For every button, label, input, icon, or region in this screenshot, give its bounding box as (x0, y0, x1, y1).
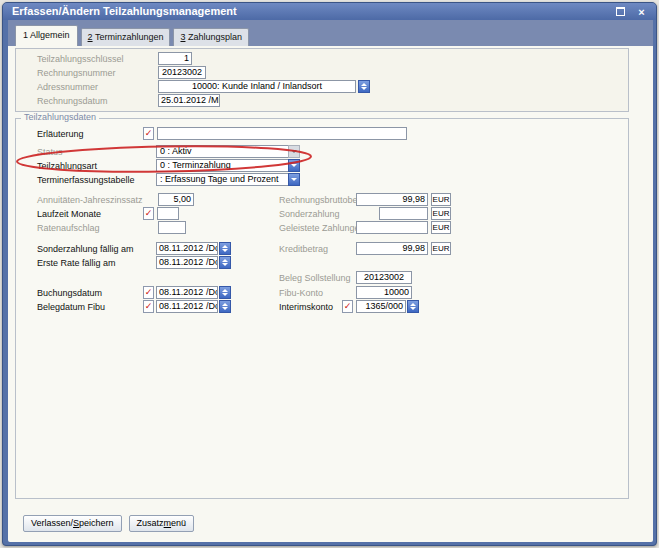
spin-down-icon (222, 293, 228, 296)
adressnummer-field: 10000: Kunde Inland / Inlandsort (158, 80, 356, 93)
rechnungsdatum-label: Rechnungsdatum (37, 95, 108, 108)
belegdatum-label: Belegdatum Fibu (37, 301, 105, 314)
terminerfassungstabelle-label: Terminerfassungstabelle (37, 174, 135, 187)
spin-up-icon (410, 303, 416, 306)
zusatz-label-key: m (164, 518, 172, 528)
dropdown-arrow-icon (291, 164, 297, 167)
laufzeit-check-icon[interactable]: ✓ (143, 207, 154, 220)
spin-up-icon (222, 303, 228, 306)
close-icon: × (638, 6, 644, 18)
group-title: Teilzahlungsdaten (21, 112, 99, 122)
terminerfassungstabelle-dropdown-button[interactable] (288, 173, 300, 186)
spin-up-icon (361, 83, 367, 86)
verlassen-speichern-button[interactable]: Verlassen/Speichern (23, 515, 122, 532)
sonderzahlung-label: Sonderzahlung (279, 208, 340, 221)
spin-down-icon (361, 87, 367, 90)
zusatzmenu-button[interactable]: Zusatzmenü (129, 515, 195, 532)
belegdatum-spinner[interactable] (219, 300, 231, 313)
erste-rate-date-field[interactable]: 08.11.2012 /Do (156, 256, 218, 269)
erlaeuterung-label: Erläuterung (37, 128, 84, 141)
buchungsdatum-label: Buchungsdatum (37, 287, 102, 300)
belegdatum-check-icon[interactable]: ✓ (143, 300, 154, 313)
rechnungsdatum-field: 25.01.2012 /Mi (158, 94, 220, 107)
rechnungsnummer-label: Rechnungsnummer (37, 67, 116, 80)
tab-bar: 1 Allgemein 2 Terminzahlungen 3 Zahlungs… (8, 20, 653, 46)
tab-allgemein[interactable]: 1 Allgemein (15, 25, 78, 46)
button-row: Verlassen/Speichern Zusatzmenü (23, 515, 194, 532)
tab-zahlungsplan-label: Zahlungsplan (185, 32, 242, 42)
tab-page-allgemein: Teilzahlungsschlüssel 1 Rechnungsnummer … (8, 46, 653, 542)
interimskonto-field[interactable]: 1365/000 (356, 300, 406, 313)
buchungsdatum-check-icon[interactable]: ✓ (143, 286, 154, 299)
spin-down-icon (222, 249, 228, 252)
spin-down-icon (222, 307, 228, 310)
buchungsdatum-date-field[interactable]: 08.11.2012 /Do (156, 286, 218, 299)
dialog-client-area: 1 Allgemein 2 Terminzahlungen 3 Zahlungs… (8, 20, 653, 542)
erlaeuterung-check-icon[interactable]: ✓ (143, 127, 154, 140)
verlassen-label-pre: Verlassen/ (31, 518, 73, 528)
kreditbetrag-currency-label: EUR (431, 242, 451, 255)
geleistete-field (356, 221, 428, 234)
zusatz-label-post: enü (171, 518, 186, 528)
tab-zahlungsplan[interactable]: 3 Zahlungsplan (173, 28, 249, 46)
teilzahlungsart-label: Teilzahlungsart (37, 160, 97, 173)
spin-up-icon (222, 245, 228, 248)
sonderzahlung-faellig-label: Sonderzahlung fällig am (37, 243, 134, 256)
ratenaufschlag-label: Ratenaufschlag (37, 222, 100, 235)
sonderzahlung-currency-label: EUR (431, 207, 451, 220)
restore-button[interactable] (614, 6, 627, 18)
interimskonto-spinner[interactable] (407, 300, 419, 313)
teilzahlungsart-value: 0 : Terminzahlung (156, 159, 288, 172)
erste-rate-label: Erste Rate fällig am (37, 257, 116, 270)
rechnungsnummer-field: 20123002 (158, 66, 206, 79)
rechnungsbrutto-currency-label: EUR (431, 193, 451, 206)
erlaeuterung-input[interactable] (157, 127, 407, 140)
kreditbetrag-field: 99,98 (356, 242, 428, 255)
dropdown-arrow-icon (291, 150, 297, 153)
adressnummer-label: Adressnummer (37, 81, 98, 94)
tab-terminzahlungen-label: Terminzahlungen (93, 32, 164, 42)
interimskonto-check-icon[interactable]: ✓ (342, 300, 353, 313)
geleistete-label: Geleistete Zahlungen (279, 222, 365, 235)
status-select: 0 : Aktiv (156, 145, 300, 158)
rechnungsbrutto-field: 99,98 (356, 193, 428, 206)
tab-terminzahlungen[interactable]: 2 Terminzahlungen (81, 28, 171, 46)
fibu-konto-field: 10000 (356, 286, 412, 299)
sonderzahlung-field (379, 207, 428, 220)
terminerfassungstabelle-value: : Erfassung Tage und Prozent (156, 173, 288, 186)
window-titlebar[interactable]: Erfassen/Ändern Teilzahlungsmanagement × (3, 3, 656, 20)
interimskonto-label: Interimskonto (279, 301, 333, 314)
fibu-konto-label: Fibu-Konto (279, 287, 323, 300)
kreditbetrag-label: Kreditbetrag (279, 243, 328, 256)
sonderzahlung-faellig-date-field[interactable]: 08.11.2012 /Do (156, 242, 218, 255)
status-dropdown-button (288, 145, 300, 158)
dialog-window: Erfassen/Ändern Teilzahlungsmanagement ×… (2, 2, 657, 546)
adressnummer-spinner[interactable] (358, 80, 370, 93)
terminerfassungstabelle-select[interactable]: : Erfassung Tage und Prozent (156, 173, 300, 186)
teilzahlungsschluessel-field: 1 (158, 52, 192, 65)
tab-allgemein-label: Allgemein (28, 30, 70, 40)
zusatz-label-pre: Zusatz (137, 518, 164, 528)
beleg-sollstellung-label: Beleg Sollstellung (279, 272, 351, 285)
belegdatum-date-field[interactable]: 08.11.2012 /Do (156, 300, 218, 313)
spin-down-icon (222, 263, 228, 266)
dropdown-arrow-icon (291, 178, 297, 181)
spin-down-icon (410, 307, 416, 310)
teilzahlungsschluessel-label: Teilzahlungsschlüssel (37, 53, 124, 66)
laufzeit-label: Laufzeit Monate (37, 208, 101, 221)
ratenaufschlag-field (158, 221, 186, 234)
spin-up-icon (222, 289, 228, 292)
teilzahlungsart-select[interactable]: 0 : Terminzahlung (156, 159, 300, 172)
verlassen-label-post: peichern (79, 518, 114, 528)
buchungsdatum-spinner[interactable] (219, 286, 231, 299)
spin-up-icon (222, 259, 228, 262)
sonderzahlung-faellig-spinner[interactable] (219, 242, 231, 255)
erste-rate-spinner[interactable] (219, 256, 231, 269)
teilzahlungsart-dropdown-button[interactable] (288, 159, 300, 172)
annuitaeten-label: Annuitäten-Jahreszinssatz (37, 194, 143, 207)
geleistete-currency-label: EUR (431, 221, 451, 234)
beleg-sollstellung-field: 20123002 (356, 271, 412, 284)
status-label: Status (37, 146, 63, 159)
close-button[interactable]: × (635, 6, 648, 18)
laufzeit-input[interactable] (157, 207, 179, 220)
